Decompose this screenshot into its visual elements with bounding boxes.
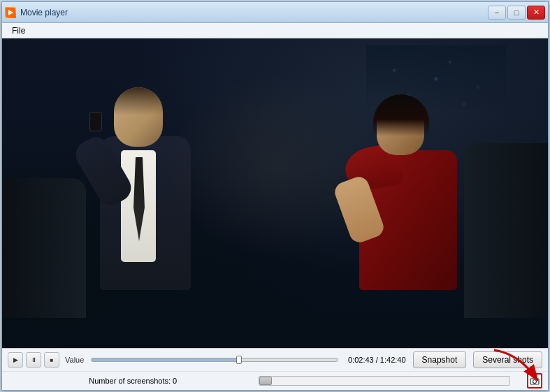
maximize-button[interactable]: □ <box>507 6 526 20</box>
video-content <box>2 38 548 348</box>
window-title: Movie player <box>20 8 68 17</box>
person2 <box>338 87 478 311</box>
several-shots-button[interactable]: Several shots <box>473 351 542 368</box>
camera-icon <box>530 376 540 386</box>
title-bar: Movie player − □ ✕ <box>2 2 548 23</box>
file-menu[interactable]: File <box>6 24 31 37</box>
pause-icon: ⏸ <box>31 356 37 363</box>
volume-label: Value <box>65 356 84 364</box>
bottom-scrollbar[interactable] <box>259 376 511 386</box>
seek-bar[interactable] <box>91 358 338 362</box>
pause-button[interactable]: ⏸ <box>26 352 41 368</box>
stop-icon: ■ <box>50 357 54 363</box>
svg-point-3 <box>533 380 537 384</box>
controls-area: ▶ ⏸ ■ Value 0:02:43 / 1:42:40 Snapshot S… <box>2 348 548 390</box>
person2-hair <box>373 94 429 136</box>
stop-button[interactable]: ■ <box>44 352 59 368</box>
video-area <box>2 38 548 348</box>
close-button[interactable]: ✕ <box>527 6 545 20</box>
camera-button[interactable] <box>527 373 542 389</box>
play-button[interactable]: ▶ <box>8 352 23 368</box>
snapshot-button[interactable]: Snapshot <box>413 351 467 368</box>
controls-row1: ▶ ⏸ ■ Value 0:02:43 / 1:42:40 Snapshot S… <box>2 349 548 372</box>
minimize-button[interactable]: − <box>488 6 506 20</box>
person1 <box>86 80 212 304</box>
person1-hair <box>114 87 163 115</box>
movie-scene <box>2 38 548 348</box>
title-bar-left: Movie player <box>5 7 68 18</box>
app-icon <box>5 7 16 18</box>
screenshots-count-label: Number of screenshots: 0 <box>8 377 259 385</box>
person1-phone <box>89 112 102 131</box>
seat-left <box>2 178 86 318</box>
menu-bar: File <box>2 23 548 38</box>
controls-row2: Number of screenshots: 0 <box>2 372 548 390</box>
main-window: Movie player − □ ✕ File <box>1 1 549 391</box>
play-icon: ▶ <box>13 356 18 363</box>
svg-rect-4 <box>537 379 538 381</box>
time-display: 0:02:43 / 1:42:40 <box>348 356 406 364</box>
scroll-thumb[interactable] <box>259 377 272 385</box>
seek-bar-container <box>91 354 338 365</box>
seek-thumb[interactable] <box>236 356 242 364</box>
title-bar-buttons: − □ ✕ <box>488 6 545 20</box>
